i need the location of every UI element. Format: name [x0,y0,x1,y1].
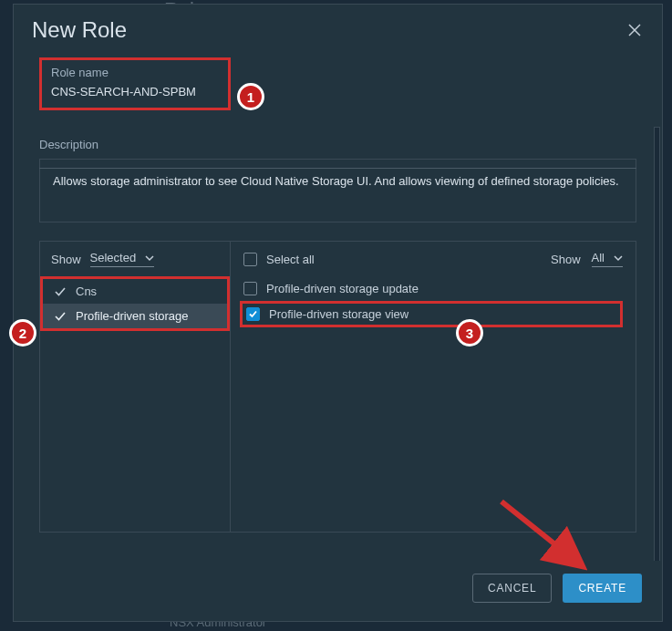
chevron-down-icon [614,253,623,263]
permission-head-row: Select all Show All [231,242,636,276]
permission-row-update[interactable]: Profile-driven storage update [231,276,636,301]
checkmark-icon [54,285,67,298]
annotation-arrow [492,492,611,584]
select-all-checkbox[interactable] [243,253,257,266]
permissions-panels: Show Selected Cns Profile-driven storage [39,241,636,533]
permission-filter-value: All [592,251,605,264]
permission-row-view[interactable]: Profile-driven storage view [243,305,620,323]
modal-header: New Role [14,5,662,52]
annotation-badge-3: 3 [456,319,483,347]
checkmark-icon [54,310,67,323]
category-label: Profile-driven storage [76,309,189,323]
close-button[interactable] [625,21,644,39]
category-filter-dropdown[interactable]: Selected [90,251,155,267]
permission-row-view-highlight: Profile-driven storage view [240,301,623,327]
permission-checkbox[interactable] [243,282,257,295]
category-item-profile-storage[interactable]: Profile-driven storage [43,304,227,328]
permission-panel: Select all Show All Profile-driven stora… [231,241,636,533]
modal-body: Role name CNS-SEARCH-AND-SPBM Descriptio… [14,52,662,561]
modal-title: New Role [32,17,127,43]
svg-line-2 [501,502,579,564]
category-list-highlight: Cns Profile-driven storage [40,276,230,331]
select-all-row[interactable]: Select all [243,253,315,266]
role-name-field-highlight: Role name CNS-SEARCH-AND-SPBM [39,57,231,110]
close-icon [627,23,642,37]
category-item-cns[interactable]: Cns [43,279,227,304]
category-panel: Show Selected Cns Profile-driven storage [39,241,231,533]
role-name-underline [39,168,636,169]
role-name-label: Role name [51,66,219,79]
permission-checkbox[interactable] [246,307,260,321]
category-filter-label: Show [51,253,81,266]
annotation-badge-1: 1 [237,83,264,110]
annotation-badge-2: 2 [9,319,36,347]
category-label: Cns [76,284,97,298]
checkmark-icon [248,309,258,319]
permission-filter-label: Show [551,253,581,266]
permission-filter-row: Show All [551,251,623,267]
chevron-down-icon [145,253,154,263]
role-name-input[interactable]: CNS-SEARCH-AND-SPBM [51,85,219,98]
category-filter-row: Show Selected [40,242,230,276]
category-filter-value: Selected [90,251,137,264]
permission-label: Profile-driven storage view [269,307,408,321]
description-label: Description [39,138,636,151]
select-all-label: Select all [266,253,315,266]
description-block: Description Allows storage administrator… [39,138,636,222]
scrollbar[interactable] [654,127,660,561]
permission-label: Profile-driven storage update [266,282,419,295]
permission-filter-dropdown[interactable]: All [592,251,623,267]
